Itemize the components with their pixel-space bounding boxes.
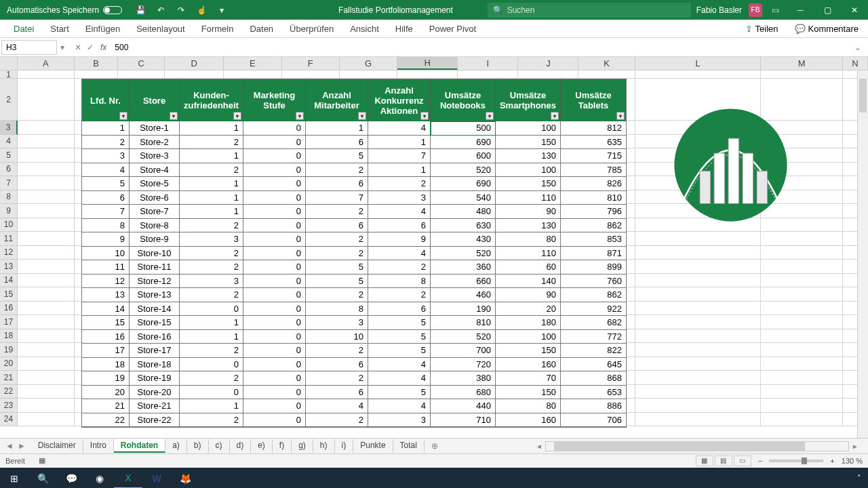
cell-r13-c1[interactable]: Store-11: [130, 260, 180, 274]
maximize-button[interactable]: ▢: [814, 0, 841, 20]
row-header-13[interactable]: 13: [0, 260, 18, 274]
cell-r17-c3[interactable]: 0: [243, 316, 306, 330]
cell-r24-c3[interactable]: 0: [243, 413, 306, 428]
cell-r13-c5[interactable]: 2: [368, 260, 431, 274]
cell-r3-c5[interactable]: 4: [368, 121, 431, 136]
cell-r21-c1[interactable]: Store-19: [130, 371, 180, 386]
vertical-scrollbar[interactable]: [857, 70, 868, 445]
cell-r8-c5[interactable]: 3: [368, 191, 431, 205]
cell-r20-c2[interactable]: 0: [180, 358, 243, 372]
cell-r19-c0[interactable]: 17: [82, 344, 130, 358]
cell-r11-c8[interactable]: 853: [561, 232, 626, 247]
ribbon-tab-power pivot[interactable]: Power Pivot: [421, 20, 484, 37]
zoom-in-button[interactable]: +: [830, 457, 834, 465]
cell-r11-c0[interactable]: 9: [82, 232, 130, 247]
row-header-14[interactable]: 14: [0, 274, 18, 288]
cell-r4-c0[interactable]: 2: [82, 136, 130, 150]
cell-r23-c8[interactable]: 886: [561, 399, 626, 413]
cell-r14-c5[interactable]: 8: [368, 274, 431, 289]
cell-r21-c5[interactable]: 4: [368, 371, 431, 386]
cell-r20-c7[interactable]: 160: [496, 358, 561, 372]
cell-r12-c2[interactable]: 2: [180, 247, 243, 261]
cell-r13-c4[interactable]: 5: [306, 260, 368, 274]
cell-r13-c7[interactable]: 60: [496, 260, 561, 274]
cell-r13-c6[interactable]: 360: [431, 260, 496, 274]
cell-r21-c6[interactable]: 380: [431, 371, 496, 386]
cell-r14-c4[interactable]: 5: [306, 274, 368, 289]
row-header-1[interactable]: 1: [0, 70, 18, 79]
sheet-tab-b)[interactable]: b): [187, 439, 209, 453]
cell-r6-c4[interactable]: 2: [306, 163, 368, 178]
taskbar-app-1[interactable]: 💬: [57, 468, 85, 488]
cell-r8-c3[interactable]: 0: [243, 191, 306, 205]
column-header-L[interactable]: L: [635, 57, 761, 70]
cell-r8-c1[interactable]: Store-6: [130, 191, 180, 205]
cell-r5-c6[interactable]: 600: [431, 149, 496, 163]
start-button[interactable]: ⊞: [0, 468, 28, 488]
cell-r19-c4[interactable]: 2: [306, 344, 368, 358]
cancel-icon[interactable]: ✕: [75, 43, 81, 52]
macro-icon[interactable]: ▦: [39, 456, 45, 465]
cell-r12-c4[interactable]: 2: [306, 247, 368, 261]
cell-r3-c0[interactable]: 1: [82, 121, 130, 136]
cell-r24-c7[interactable]: 160: [496, 413, 561, 428]
cell-r24-c0[interactable]: 22: [82, 413, 130, 428]
cell-r4-c4[interactable]: 6: [306, 136, 368, 150]
cell-r13-c2[interactable]: 2: [180, 260, 243, 274]
row-header-23[interactable]: 23: [0, 399, 18, 413]
cell-r12-c5[interactable]: 4: [368, 247, 431, 261]
cell-r20-c8[interactable]: 645: [561, 358, 626, 372]
row-header-15[interactable]: 15: [0, 287, 18, 302]
row-header-5[interactable]: 5: [0, 148, 18, 163]
cell-r22-c0[interactable]: 20: [82, 386, 130, 400]
cell-r5-c3[interactable]: 0: [243, 149, 306, 163]
cell-r11-c5[interactable]: 9: [368, 232, 431, 247]
cell-r17-c0[interactable]: 15: [82, 316, 130, 330]
ribbon-tab-ansicht[interactable]: Ansicht: [342, 20, 387, 37]
cell-r4-c3[interactable]: 0: [243, 136, 306, 150]
cell-r14-c1[interactable]: Store-12: [130, 274, 180, 289]
sheet-tab-punkte[interactable]: Punkte: [353, 439, 393, 453]
cell-r18-c1[interactable]: Store-16: [130, 330, 180, 344]
cell-r15-c6[interactable]: 460: [431, 288, 496, 302]
cell-r20-c3[interactable]: 0: [243, 358, 306, 372]
cell-r16-c8[interactable]: 922: [561, 302, 626, 317]
cell-r10-c0[interactable]: 8: [82, 219, 130, 233]
cell-r18-c6[interactable]: 520: [431, 330, 496, 344]
taskbar-excel-icon[interactable]: X: [114, 468, 142, 488]
cell-r13-c3[interactable]: 0: [243, 260, 306, 274]
cell-r9-c7[interactable]: 90: [496, 205, 561, 219]
cell-r11-c2[interactable]: 3: [180, 232, 243, 247]
cell-r3-c8[interactable]: 812: [561, 121, 626, 136]
cell-r5-c0[interactable]: 3: [82, 149, 130, 163]
spreadsheet-grid[interactable]: ABCDEFGHIJKLMN 1234567891011121314151617…: [0, 57, 868, 445]
row-header-7[interactable]: 7: [0, 176, 18, 190]
more-icon[interactable]: ▾: [216, 4, 228, 16]
scroll-left-icon[interactable]: ◄: [536, 443, 542, 450]
scroll-right-icon[interactable]: ►: [852, 443, 859, 450]
cell-r19-c8[interactable]: 822: [561, 344, 626, 358]
cell-r20-c0[interactable]: 18: [82, 358, 130, 372]
filter-button-1[interactable]: ▾: [170, 112, 178, 120]
cell-r23-c4[interactable]: 4: [306, 399, 368, 413]
cell-r14-c7[interactable]: 140: [496, 274, 561, 289]
cell-r11-c7[interactable]: 80: [496, 232, 561, 247]
sheet-tab-e)[interactable]: e): [251, 439, 273, 453]
filter-button-6[interactable]: ▾: [486, 112, 494, 120]
add-sheet-button[interactable]: ⊕: [425, 441, 445, 451]
ribbon-tab-hilfe[interactable]: Hilfe: [387, 20, 421, 37]
cell-r7-c6[interactable]: 690: [431, 177, 496, 191]
cell-r23-c0[interactable]: 21: [82, 399, 130, 413]
column-header-F[interactable]: F: [282, 57, 340, 70]
user-avatar[interactable]: FB: [749, 3, 762, 17]
ribbon-tab-formeln[interactable]: Formeln: [193, 20, 242, 37]
cell-r10-c1[interactable]: Store-8: [130, 219, 180, 233]
row-header-20[interactable]: 20: [0, 357, 18, 371]
enter-icon[interactable]: ✓: [87, 43, 94, 52]
cell-r4-c7[interactable]: 150: [496, 136, 561, 150]
cell-r17-c4[interactable]: 3: [306, 316, 368, 330]
cell-r7-c2[interactable]: 1: [180, 177, 243, 191]
cell-r4-c8[interactable]: 635: [561, 136, 626, 150]
cell-r19-c2[interactable]: 2: [180, 344, 243, 358]
cell-r21-c2[interactable]: 2: [180, 371, 243, 386]
